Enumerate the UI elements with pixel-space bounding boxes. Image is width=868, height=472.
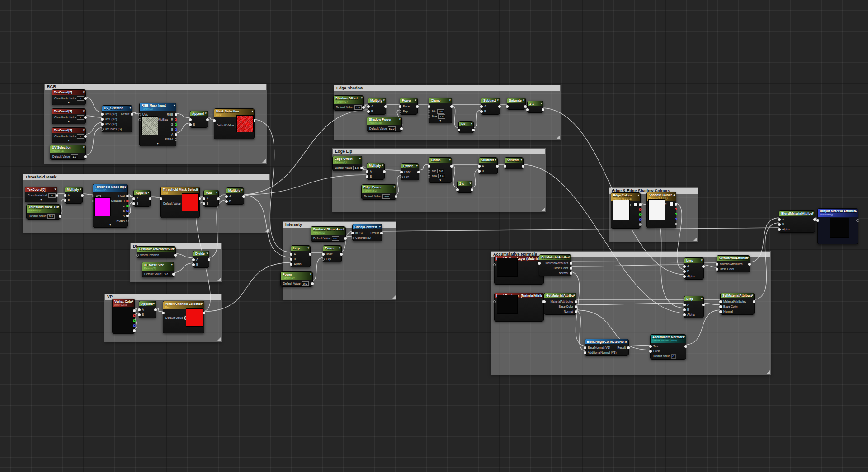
input-pin[interactable] bbox=[367, 110, 370, 113]
node-power[interactable]: Power▾BaseExp bbox=[400, 98, 418, 115]
output-pin[interactable] bbox=[570, 272, 572, 275]
input-pin[interactable] bbox=[138, 308, 141, 311]
value-input[interactable]: 0.0 bbox=[332, 236, 339, 241]
node-distancetonearestsurface[interactable]: DistanceToNearestSurface▾World Position bbox=[137, 246, 176, 258]
output-pin[interactable] bbox=[131, 113, 133, 116]
node-threshold-mask-selection[interactable]: Threshold Mask SelectionRed▴Default Valu… bbox=[160, 187, 200, 218]
input-pin[interactable] bbox=[719, 305, 722, 308]
node-header[interactable]: Power▾ bbox=[400, 98, 417, 103]
input-pin[interactable] bbox=[101, 128, 104, 131]
input-pin[interactable] bbox=[322, 258, 325, 261]
node-append[interactable]: Append▾AB bbox=[139, 301, 156, 318]
output-pin[interactable] bbox=[175, 118, 177, 121]
chevron-up-icon[interactable]: ▴ bbox=[541, 293, 542, 298]
input-pin[interactable] bbox=[683, 270, 686, 273]
node-input-top-layer-materialattributes[interactable]: Input Top Layer (MaterialAttributes)▴Pre… bbox=[494, 293, 544, 322]
value-input[interactable]: 0 bbox=[48, 193, 56, 198]
output-pin[interactable] bbox=[311, 282, 314, 285]
chevron-up-icon[interactable]: ▴ bbox=[673, 192, 675, 197]
node-header[interactable]: GetMaterialAttributes▾ bbox=[544, 293, 576, 298]
output-pin[interactable] bbox=[570, 267, 572, 270]
node-threshold-mask-tiling[interactable]: Threshold Mask TilingParam (0)▾Default V… bbox=[26, 204, 61, 220]
value-input[interactable]: 0.0 bbox=[437, 169, 444, 173]
node-header[interactable]: 1-x▾ bbox=[458, 181, 472, 186]
node-threshold-mask-input[interactable]: Threshold Mask InputParam2D▴UVsRGBApply … bbox=[93, 184, 128, 228]
node-add[interactable]: Add▾AB bbox=[203, 190, 219, 207]
node-header[interactable]: Multiply▾ bbox=[65, 187, 82, 192]
node-header[interactable]: 1-x▾ bbox=[459, 122, 473, 126]
node-header[interactable]: Append▾ bbox=[190, 111, 208, 116]
node-header[interactable]: Accumulate Normals?Switch Param (True)▾ bbox=[651, 335, 686, 343]
output-pin[interactable] bbox=[675, 203, 677, 206]
input-pin[interactable] bbox=[132, 197, 135, 200]
input-pin[interactable] bbox=[101, 118, 104, 121]
node-df-mask-size[interactable]: DF Mask SizeParam (5)▾Default Value5.0 bbox=[142, 262, 174, 277]
input-pin[interactable] bbox=[478, 170, 481, 173]
input-pin[interactable] bbox=[480, 110, 483, 113]
resize-handle-icon[interactable] bbox=[217, 278, 221, 281]
value-input[interactable]: 0.0 bbox=[47, 214, 55, 219]
node-header[interactable]: Divide▾ bbox=[193, 251, 209, 256]
input-pin[interactable] bbox=[649, 345, 652, 348]
node-1-x[interactable]: 1-x▾ bbox=[527, 101, 543, 113]
input-pin[interactable] bbox=[778, 228, 781, 231]
output-pin[interactable] bbox=[126, 220, 129, 222]
chevron-up-icon[interactable]: ▴ bbox=[855, 209, 857, 213]
chevron-up-icon[interactable]: ▴ bbox=[173, 103, 175, 107]
node-header[interactable]: Output Material AttributesPreviewing▴ bbox=[818, 209, 858, 217]
output-pin[interactable] bbox=[675, 218, 677, 220]
input-pin[interactable] bbox=[400, 171, 403, 173]
input-pin[interactable] bbox=[428, 115, 430, 118]
node-texcoord-0[interactable]: TexCoord[0]▾Coordinate Index0▾ bbox=[25, 187, 57, 202]
chevron-down-icon[interactable]: ▾ bbox=[683, 335, 685, 339]
output-pin[interactable] bbox=[154, 308, 157, 311]
node-shadow-power[interactable]: Shadow PowerParam (50)▾Default Value50.0 bbox=[367, 117, 402, 132]
chevron-down-icon[interactable]: ▾ bbox=[83, 145, 85, 150]
node-header[interactable]: Append▾ bbox=[139, 301, 156, 306]
input-pin[interactable] bbox=[543, 300, 546, 303]
node-header[interactable]: Clamp▾ bbox=[429, 158, 452, 163]
input-pin[interactable] bbox=[458, 129, 460, 131]
output-pin[interactable] bbox=[380, 232, 383, 234]
output-pin[interactable] bbox=[450, 105, 453, 108]
checkbox[interactable]: ✓ bbox=[671, 354, 676, 359]
chevron-down-icon[interactable]: ▾ bbox=[701, 296, 703, 301]
chevron-down-icon[interactable]: ▾ bbox=[469, 181, 471, 186]
output-pin[interactable] bbox=[522, 165, 524, 168]
resize-handle-icon[interactable] bbox=[217, 337, 221, 341]
chevron-down-icon[interactable]: ▾ bbox=[416, 164, 418, 168]
node-divide[interactable]: Divide▾AB bbox=[193, 251, 209, 268]
chevron-down-icon[interactable]: ▾ bbox=[205, 111, 207, 116]
input-pin[interactable] bbox=[366, 175, 368, 178]
output-pin[interactable] bbox=[856, 219, 859, 222]
value-input[interactable]: 5.0 bbox=[163, 272, 170, 276]
input-pin[interactable] bbox=[101, 113, 104, 116]
output-pin[interactable] bbox=[133, 314, 136, 317]
input-pin[interactable] bbox=[506, 105, 509, 108]
output-pin[interactable] bbox=[206, 118, 209, 121]
chevron-down-icon[interactable]: ▾ bbox=[343, 227, 344, 231]
node-clamp[interactable]: Clamp▾Min0.0Max1.0▾ bbox=[429, 157, 452, 183]
comment-title[interactable]: Threshold Mask bbox=[23, 174, 269, 180]
node-texcoord-0[interactable]: TexCoord[0]▾Coordinate Index0▾ bbox=[52, 89, 86, 105]
input-pin[interactable] bbox=[526, 108, 529, 111]
chevron-down-icon[interactable]: ▾ bbox=[523, 98, 524, 103]
node-cheapcontrast[interactable]: CheapContrast▾In (S)ResultContrast (S) bbox=[352, 224, 382, 241]
node-power[interactable]: Power▾BaseExp bbox=[401, 163, 419, 180]
chevron-down-icon[interactable]: ▾ bbox=[25, 198, 57, 202]
output-pin[interactable] bbox=[675, 223, 677, 225]
output-pin[interactable] bbox=[126, 200, 129, 202]
value-input[interactable]: 2 bbox=[77, 134, 84, 139]
output-pin[interactable] bbox=[362, 106, 365, 109]
node-header[interactable]: Add▾ bbox=[204, 190, 218, 195]
chevron-down-icon[interactable]: ▾ bbox=[307, 246, 309, 250]
input-pin[interactable] bbox=[428, 175, 430, 178]
node-header[interactable]: BlendAngleCorrectedNormals▾ bbox=[585, 339, 628, 344]
input-pin[interactable] bbox=[351, 232, 354, 234]
node-clamp[interactable]: Clamp▾Min0.0Max1.0▾ bbox=[429, 98, 452, 123]
node-header[interactable]: TexCoord[0]▾ bbox=[52, 90, 85, 95]
chevron-down-icon[interactable]: ▾ bbox=[495, 158, 496, 162]
node-blendanglecorrectednormals[interactable]: BlendAngleCorrectedNormals▾BaseNormal (V… bbox=[585, 339, 629, 356]
input-pin[interactable] bbox=[649, 350, 652, 353]
node-header[interactable]: RGB Mask InputParam2D▴ bbox=[140, 103, 176, 111]
